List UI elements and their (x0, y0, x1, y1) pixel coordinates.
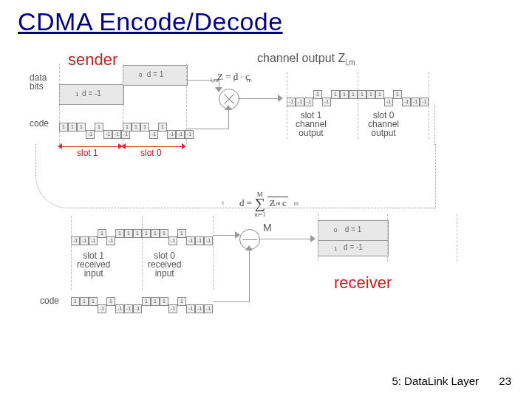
chip: 1 (177, 229, 186, 238)
zim-sub-i: i (233, 77, 235, 83)
sender-databit-d1: d = -1 (59, 84, 124, 105)
d0-sub: 0 (139, 72, 142, 78)
sender-databit-d0: d = 1 (123, 65, 188, 86)
chip: 1 (349, 90, 358, 99)
arrow-data-to-mul (186, 80, 219, 81)
arrowhead-rx-in (235, 231, 240, 239)
slot1-chout-label: slot 1 channel output (296, 111, 327, 137)
chip: 1 (358, 90, 366, 99)
chip: -1 (204, 304, 213, 313)
chip: 1 (160, 229, 168, 238)
chip: -1 (287, 98, 296, 106)
chip: -1 (186, 236, 195, 245)
decoded-d1-text: d = -1 (344, 243, 363, 251)
rtick3 (213, 216, 214, 290)
arrow-mul-out (238, 98, 279, 99)
chip: 1 (340, 90, 349, 99)
tick-o3 (429, 72, 429, 139)
arrow-code-h2 (213, 301, 250, 302)
dtick2 (387, 214, 388, 262)
chip: -1 (124, 304, 133, 313)
chip: 1 (375, 90, 384, 99)
code-label-sender: code (30, 118, 49, 129)
decoded-d0-sub: 0 (334, 227, 337, 233)
chip: 1 (59, 123, 68, 132)
chip: -1 (112, 130, 121, 139)
receiver-code-slot1: 111-11-1-1-1 (71, 294, 142, 307)
chip: -1 (103, 130, 112, 139)
chip: 1 (366, 90, 375, 99)
arrow-code-to-mul (228, 108, 229, 129)
chip: 1 (140, 123, 149, 132)
chip: -1 (420, 98, 429, 106)
chip: 1 (151, 229, 160, 238)
chip: 1 (89, 297, 98, 306)
chip: 1 (115, 229, 124, 238)
chip: 1 (313, 90, 322, 99)
decoded-d1-sub: 1 (334, 245, 337, 252)
slot0-rx-label: slot 0 received input (148, 251, 181, 278)
rx-slot0-chips: 111-11-1-1-1 (142, 226, 213, 239)
chip: 1 (68, 123, 77, 132)
decoded-d1: d = -1 (318, 241, 389, 256)
chip: 1 (123, 123, 132, 132)
chip: -1 (106, 236, 115, 245)
arrow-code-up (249, 248, 250, 301)
slot0-chout-label: slot 0 channel output (368, 111, 399, 137)
channel-output-sub: i,m (345, 58, 355, 66)
channel-out-slot1: -1-1-11-1111 (287, 87, 358, 100)
sum-sub2: m (294, 201, 299, 206)
chip: -1 (80, 236, 89, 245)
arrow-rx-h (213, 235, 236, 236)
channel-output-text: channel output Z (257, 52, 345, 64)
chip: -1 (296, 98, 304, 106)
receiver-label: receiver (334, 273, 392, 293)
chip: 1 (393, 90, 402, 99)
chip: -1 (176, 130, 185, 139)
rtick1 (71, 216, 72, 290)
arrowhead-mul-out (278, 95, 283, 102)
dtick1 (318, 214, 318, 262)
page-number: 23 (499, 375, 511, 387)
d1-text: d = -1 (60, 89, 123, 98)
dotted-drop (434, 105, 435, 145)
chip: 1 (106, 297, 115, 306)
receiver-code-slot0: 111-11-1-1-1 (142, 294, 213, 307)
sum-sub1: i,m (273, 201, 280, 206)
m-denom: M (263, 222, 272, 233)
chip: 1 (132, 123, 140, 132)
zim-sub-m: m (247, 77, 252, 83)
chip: -1 (411, 98, 420, 106)
data-bits-label: data bits (30, 73, 47, 91)
chip: -1 (304, 98, 313, 106)
slot1-rx-label: slot 1 received input (77, 251, 110, 278)
arrowhead-code-up (245, 245, 253, 250)
slide-title: CDMA Encode/Decode (18, 7, 283, 36)
rx-slot1-chips: -1-1-11-1111 (71, 226, 142, 239)
chip: -1 (384, 98, 393, 106)
sender-code-slot0: 111-11-1-1-1 (123, 120, 194, 133)
sender-label: sender (68, 50, 117, 69)
chip: -1 (168, 236, 177, 245)
channel-out-slot0: 111-11-1-1-1 (358, 87, 429, 100)
chip: 1 (98, 229, 106, 238)
chip: -1 (402, 98, 411, 106)
arrowhead-data (215, 87, 222, 92)
chip: -1 (204, 236, 213, 245)
chip: 1 (151, 297, 160, 306)
arrowhead-code (225, 105, 232, 110)
chip: -1 (322, 98, 331, 106)
chip: -1 (71, 236, 80, 245)
arrowhead-div-out (310, 235, 316, 242)
chip: -1 (195, 236, 204, 245)
sender-code-slot1: 111-11-1-1-1 (59, 120, 130, 133)
chip: 1 (331, 90, 340, 99)
chip: 1 (158, 123, 167, 132)
chip: -1 (86, 130, 95, 139)
chip: 1 (160, 297, 168, 306)
chip: -1 (195, 304, 204, 313)
chip: 1 (142, 297, 151, 306)
channel-output-label: channel output Zi,m (257, 52, 355, 66)
chip: -1 (185, 130, 194, 139)
chip: -1 (168, 304, 177, 313)
